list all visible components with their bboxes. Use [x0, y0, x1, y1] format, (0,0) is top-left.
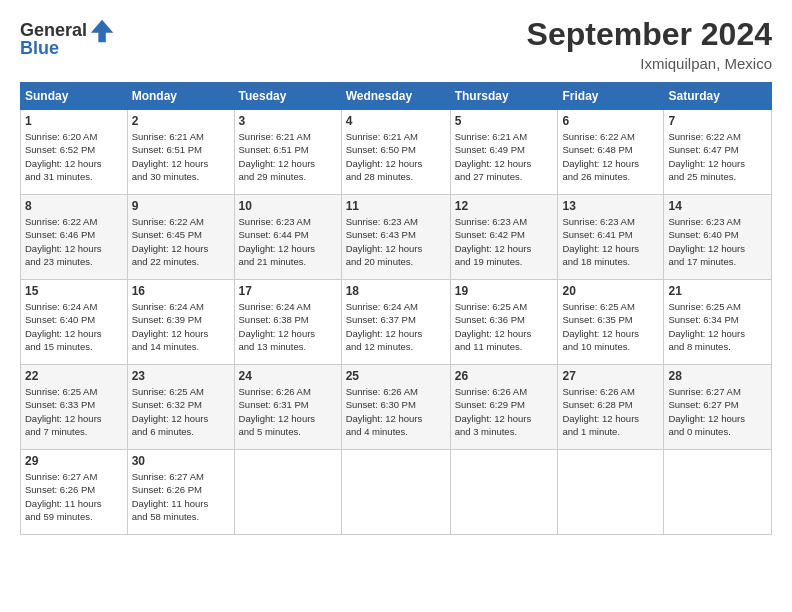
day-cell — [234, 450, 341, 535]
day-number: 25 — [346, 369, 446, 383]
day-cell: 25Sunrise: 6:26 AM Sunset: 6:30 PM Dayli… — [341, 365, 450, 450]
day-cell — [450, 450, 558, 535]
day-info: Sunrise: 6:23 AM Sunset: 6:42 PM Dayligh… — [455, 215, 554, 268]
day-info: Sunrise: 6:25 AM Sunset: 6:34 PM Dayligh… — [668, 300, 767, 353]
day-cell: 5Sunrise: 6:21 AM Sunset: 6:49 PM Daylig… — [450, 110, 558, 195]
day-number: 6 — [562, 114, 659, 128]
day-cell: 2Sunrise: 6:21 AM Sunset: 6:51 PM Daylig… — [127, 110, 234, 195]
day-number: 17 — [239, 284, 337, 298]
day-cell — [558, 450, 664, 535]
day-cell: 12Sunrise: 6:23 AM Sunset: 6:42 PM Dayli… — [450, 195, 558, 280]
day-info: Sunrise: 6:24 AM Sunset: 6:38 PM Dayligh… — [239, 300, 337, 353]
day-cell: 21Sunrise: 6:25 AM Sunset: 6:34 PM Dayli… — [664, 280, 772, 365]
col-friday: Friday — [558, 83, 664, 110]
logo-blue: Blue — [20, 38, 59, 59]
day-number: 19 — [455, 284, 554, 298]
day-cell: 30Sunrise: 6:27 AM Sunset: 6:26 PM Dayli… — [127, 450, 234, 535]
day-number: 9 — [132, 199, 230, 213]
day-number: 16 — [132, 284, 230, 298]
day-number: 26 — [455, 369, 554, 383]
title-section: September 2024 Ixmiquilpan, Mexico — [527, 16, 772, 72]
day-cell: 4Sunrise: 6:21 AM Sunset: 6:50 PM Daylig… — [341, 110, 450, 195]
day-cell: 10Sunrise: 6:23 AM Sunset: 6:44 PM Dayli… — [234, 195, 341, 280]
day-cell: 15Sunrise: 6:24 AM Sunset: 6:40 PM Dayli… — [21, 280, 128, 365]
day-info: Sunrise: 6:22 AM Sunset: 6:47 PM Dayligh… — [668, 130, 767, 183]
day-cell: 9Sunrise: 6:22 AM Sunset: 6:45 PM Daylig… — [127, 195, 234, 280]
day-cell: 7Sunrise: 6:22 AM Sunset: 6:47 PM Daylig… — [664, 110, 772, 195]
week-row-4: 22Sunrise: 6:25 AM Sunset: 6:33 PM Dayli… — [21, 365, 772, 450]
day-cell: 16Sunrise: 6:24 AM Sunset: 6:39 PM Dayli… — [127, 280, 234, 365]
location: Ixmiquilpan, Mexico — [527, 55, 772, 72]
day-number: 27 — [562, 369, 659, 383]
day-number: 11 — [346, 199, 446, 213]
month-title: September 2024 — [527, 16, 772, 53]
col-wednesday: Wednesday — [341, 83, 450, 110]
col-saturday: Saturday — [664, 83, 772, 110]
week-row-2: 8Sunrise: 6:22 AM Sunset: 6:46 PM Daylig… — [21, 195, 772, 280]
day-cell — [341, 450, 450, 535]
day-info: Sunrise: 6:25 AM Sunset: 6:36 PM Dayligh… — [455, 300, 554, 353]
day-cell: 14Sunrise: 6:23 AM Sunset: 6:40 PM Dayli… — [664, 195, 772, 280]
col-monday: Monday — [127, 83, 234, 110]
day-info: Sunrise: 6:21 AM Sunset: 6:50 PM Dayligh… — [346, 130, 446, 183]
day-number: 12 — [455, 199, 554, 213]
logo-icon — [89, 16, 117, 44]
day-number: 14 — [668, 199, 767, 213]
day-cell: 27Sunrise: 6:26 AM Sunset: 6:28 PM Dayli… — [558, 365, 664, 450]
day-cell: 22Sunrise: 6:25 AM Sunset: 6:33 PM Dayli… — [21, 365, 128, 450]
page: General Blue September 2024 Ixmiquilpan,… — [0, 0, 792, 612]
day-number: 15 — [25, 284, 123, 298]
day-number: 21 — [668, 284, 767, 298]
day-number: 23 — [132, 369, 230, 383]
day-info: Sunrise: 6:21 AM Sunset: 6:51 PM Dayligh… — [239, 130, 337, 183]
day-info: Sunrise: 6:24 AM Sunset: 6:37 PM Dayligh… — [346, 300, 446, 353]
day-info: Sunrise: 6:24 AM Sunset: 6:40 PM Dayligh… — [25, 300, 123, 353]
day-cell: 24Sunrise: 6:26 AM Sunset: 6:31 PM Dayli… — [234, 365, 341, 450]
calendar: Sunday Monday Tuesday Wednesday Thursday… — [20, 82, 772, 535]
day-info: Sunrise: 6:27 AM Sunset: 6:27 PM Dayligh… — [668, 385, 767, 438]
day-number: 8 — [25, 199, 123, 213]
day-cell: 26Sunrise: 6:26 AM Sunset: 6:29 PM Dayli… — [450, 365, 558, 450]
day-number: 4 — [346, 114, 446, 128]
day-info: Sunrise: 6:23 AM Sunset: 6:43 PM Dayligh… — [346, 215, 446, 268]
day-number: 30 — [132, 454, 230, 468]
day-cell — [664, 450, 772, 535]
day-number: 10 — [239, 199, 337, 213]
day-number: 1 — [25, 114, 123, 128]
day-info: Sunrise: 6:20 AM Sunset: 6:52 PM Dayligh… — [25, 130, 123, 183]
day-number: 22 — [25, 369, 123, 383]
day-cell: 23Sunrise: 6:25 AM Sunset: 6:32 PM Dayli… — [127, 365, 234, 450]
day-number: 13 — [562, 199, 659, 213]
day-cell: 28Sunrise: 6:27 AM Sunset: 6:27 PM Dayli… — [664, 365, 772, 450]
col-thursday: Thursday — [450, 83, 558, 110]
day-number: 20 — [562, 284, 659, 298]
day-number: 24 — [239, 369, 337, 383]
day-info: Sunrise: 6:21 AM Sunset: 6:49 PM Dayligh… — [455, 130, 554, 183]
day-cell: 11Sunrise: 6:23 AM Sunset: 6:43 PM Dayli… — [341, 195, 450, 280]
day-cell: 18Sunrise: 6:24 AM Sunset: 6:37 PM Dayli… — [341, 280, 450, 365]
day-info: Sunrise: 6:23 AM Sunset: 6:41 PM Dayligh… — [562, 215, 659, 268]
day-cell: 3Sunrise: 6:21 AM Sunset: 6:51 PM Daylig… — [234, 110, 341, 195]
day-info: Sunrise: 6:23 AM Sunset: 6:40 PM Dayligh… — [668, 215, 767, 268]
day-number: 18 — [346, 284, 446, 298]
day-cell: 17Sunrise: 6:24 AM Sunset: 6:38 PM Dayli… — [234, 280, 341, 365]
day-info: Sunrise: 6:22 AM Sunset: 6:48 PM Dayligh… — [562, 130, 659, 183]
day-info: Sunrise: 6:22 AM Sunset: 6:46 PM Dayligh… — [25, 215, 123, 268]
week-row-3: 15Sunrise: 6:24 AM Sunset: 6:40 PM Dayli… — [21, 280, 772, 365]
day-cell: 8Sunrise: 6:22 AM Sunset: 6:46 PM Daylig… — [21, 195, 128, 280]
day-cell: 1Sunrise: 6:20 AM Sunset: 6:52 PM Daylig… — [21, 110, 128, 195]
day-info: Sunrise: 6:25 AM Sunset: 6:33 PM Dayligh… — [25, 385, 123, 438]
day-info: Sunrise: 6:26 AM Sunset: 6:30 PM Dayligh… — [346, 385, 446, 438]
day-info: Sunrise: 6:26 AM Sunset: 6:29 PM Dayligh… — [455, 385, 554, 438]
week-row-1: 1Sunrise: 6:20 AM Sunset: 6:52 PM Daylig… — [21, 110, 772, 195]
day-info: Sunrise: 6:26 AM Sunset: 6:31 PM Dayligh… — [239, 385, 337, 438]
day-cell: 13Sunrise: 6:23 AM Sunset: 6:41 PM Dayli… — [558, 195, 664, 280]
week-row-5: 29Sunrise: 6:27 AM Sunset: 6:26 PM Dayli… — [21, 450, 772, 535]
svg-marker-0 — [91, 20, 113, 42]
day-info: Sunrise: 6:25 AM Sunset: 6:32 PM Dayligh… — [132, 385, 230, 438]
day-info: Sunrise: 6:25 AM Sunset: 6:35 PM Dayligh… — [562, 300, 659, 353]
day-info: Sunrise: 6:27 AM Sunset: 6:26 PM Dayligh… — [132, 470, 230, 523]
day-number: 2 — [132, 114, 230, 128]
day-info: Sunrise: 6:22 AM Sunset: 6:45 PM Dayligh… — [132, 215, 230, 268]
day-info: Sunrise: 6:21 AM Sunset: 6:51 PM Dayligh… — [132, 130, 230, 183]
